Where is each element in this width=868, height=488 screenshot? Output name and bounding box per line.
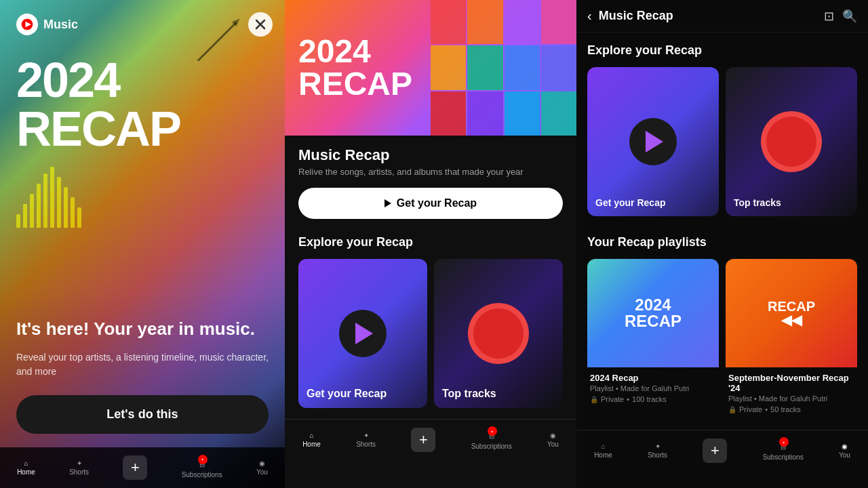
right-card-toptracks[interactable]: Top tracks [726,67,857,216]
subscription-badge-right: • [779,437,789,447]
subscription-badge: • [198,455,208,464]
middle-content: Music Recap Relive the songs, artists, a… [285,136,576,419]
grid-cell-3 [505,0,540,44]
right-red-star [754,104,829,179]
red-star-decoration [461,296,536,371]
grid-cell-12 [541,92,576,136]
right-explore-title: Explore your Recap [587,43,857,58]
tracks-card-bg [434,259,563,408]
music-recap-title: Music Recap [298,146,563,164]
header-icons-row: ⊡ 🔍 [824,9,857,24]
home-icon-middle: ⌂ [309,432,313,439]
right-explore-cards: Get your Recap Top tracks [587,67,857,216]
home-icon: ⌂ [24,460,28,467]
bar-3 [30,194,34,228]
play-triangle-icon [355,323,373,344]
nav-subscriptions-middle[interactable]: ⊟ • Subscriptions [471,429,512,450]
bars-decoration [16,167,269,228]
playlist-card-sept[interactable]: RECAP◀◀ September-November Recap '24 Pla… [726,259,857,419]
playlists-row: 2024RECAP 2024 Recap Playlist • Made for… [587,259,857,419]
playlist-info-1: 2024 Recap Playlist • Made for Galuh Put… [587,367,719,409]
left-panel: Music 2024 RECAP [0,0,285,488]
nav-you-right[interactable]: ◉ You [839,443,850,459]
bar-5 [43,174,47,228]
nav-home-left[interactable]: ⌂ Home [17,460,35,476]
right-header: ‹ Music Recap ⊡ 🔍 [576,0,868,33]
right-card-label-2: Top tracks [734,197,781,208]
nav-add-right[interactable]: + [703,439,727,463]
grid-cell-2 [467,0,502,44]
bar-10 [77,207,81,228]
left-content: Music 2024 RECAP [0,0,285,488]
nav-shorts-middle[interactable]: ✦ Shorts [356,432,376,448]
right-play-circle [629,118,677,165]
playlist-2024-bg: 2024RECAP [587,259,719,367]
logo-row: Music [16,14,269,35]
subscriptions-icon-wrapper: ⊟ • [199,458,205,470]
right-tracks-bg [726,67,857,216]
playlist-meta-2: Playlist • Made for Galuh Putri [728,394,854,403]
subscription-badge-mid: • [488,426,497,436]
lets-do-button[interactable]: Let's do this [16,395,269,434]
bar-4 [37,184,41,228]
middle-bottom-nav: ⌂ Home ✦ Shorts + ⊟ • Subscriptions ◉ Yo… [285,419,576,460]
close-button[interactable] [248,12,273,37]
shorts-icon-right: ✦ [655,443,660,450]
you-icon-right: ◉ [842,443,848,450]
nav-you-left[interactable]: ◉ You [256,460,268,476]
back-button[interactable]: ‹ [587,8,592,24]
playlist-info-2: September-November Recap '24 Playlist • … [726,367,857,419]
nav-home-right[interactable]: ⌂ Home [594,443,612,459]
nav-add-middle[interactable]: + [411,428,435,452]
playlist-recap-text: RECAP◀◀ [768,300,815,327]
home-icon-right: ⌂ [601,443,605,450]
subscriptions-icon-right: ⊟ • [781,440,786,452]
recap-hero-image: 2024 RECAP [285,0,576,136]
explore-card-label-1: Get your Recap [307,388,387,400]
grid-cell-7 [505,45,540,89]
playlist-name-1: 2024 Recap [590,373,716,383]
playlist-thumb-2: RECAP◀◀ [726,259,857,367]
bar-1 [16,214,20,228]
right-card-label-1: Get your Recap [595,197,665,208]
music-recap-subtitle: Relive the songs, artists, and albums th… [298,167,563,177]
explore-card-toptracks[interactable]: Top tracks [434,259,563,408]
right-panel-title: Music Recap [599,9,817,23]
playlist-card-2024[interactable]: 2024RECAP 2024 Recap Playlist • Made for… [587,259,719,419]
close-icon [255,19,266,30]
grid-cell-1 [431,0,466,44]
playlist-2024-text: 2024RECAP [625,297,682,329]
nav-subscriptions-left[interactable]: ⊟ • Subscriptions [182,458,222,479]
explore-section-title: Explore your Recap [298,235,563,249]
nav-you-middle[interactable]: ◉ You [547,432,559,448]
grid-cell-10 [467,92,502,136]
explore-card-recap[interactable]: Get your Recap [298,259,427,408]
nav-add-left[interactable]: + [123,455,147,480]
playlist-privacy-2: 🔒 Private • 50 tracks [728,405,854,413]
nav-shorts-left[interactable]: ✦ Shorts [69,460,89,476]
playlist-meta-1: Playlist • Made for Galuh Putri [590,384,716,392]
play-icon [384,199,391,207]
grid-cell-6 [467,45,502,89]
explore-cards-grid: Get your Recap Top tracks [298,259,563,408]
cast-icon[interactable]: ⊡ [824,9,834,24]
right-panel: ‹ Music Recap ⊡ 🔍 Explore your Recap Get… [576,0,868,488]
get-recap-button[interactable]: Get your Recap [298,188,563,219]
grid-cell-5 [431,45,466,89]
tagline: It's here! Your year in music. [16,319,269,340]
search-icon[interactable]: 🔍 [842,9,857,24]
nav-home-middle[interactable]: ⌂ Home [302,432,321,448]
bar-9 [71,197,75,228]
music-logo-icon [16,14,38,35]
middle-panel: 2024 RECAP Music Recap Relive the songs,… [285,0,576,488]
right-card-recap[interactable]: Get your Recap [587,67,719,216]
right-bottom-nav: ⌂ Home ✦ Shorts + ⊟ • Subscriptions ◉ Yo… [576,430,868,470]
play-card-bg [298,259,427,408]
recap-big-title: 2024 RECAP [16,56,269,153]
shorts-icon-middle: ✦ [363,432,369,439]
grid-cell-8 [541,45,576,89]
nav-subscriptions-right[interactable]: ⊟ • Subscriptions [763,440,804,461]
nav-shorts-right[interactable]: ✦ Shorts [648,443,667,459]
you-icon: ◉ [259,460,265,467]
playlist-orange-bg: RECAP◀◀ [726,259,857,367]
